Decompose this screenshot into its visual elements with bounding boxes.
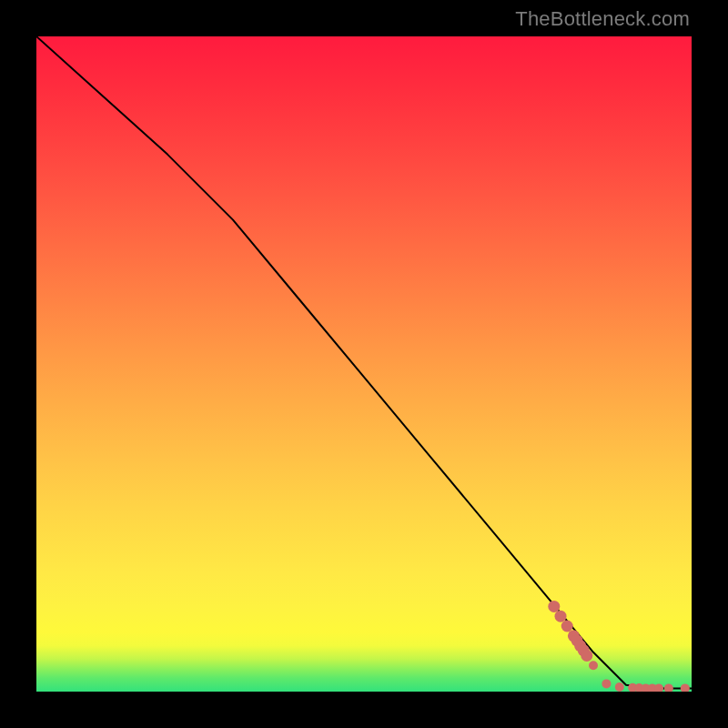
marker-point [555,611,567,622]
watermark-text: TheBottleneck.com [515,7,690,31]
chart-overlay [36,36,692,692]
marker-point [561,621,573,632]
marker-point [615,682,624,692]
marker-point [664,683,673,692]
marker-point [654,683,663,692]
marker-point [602,679,611,688]
marker-point [681,683,690,692]
plot-area [36,36,692,692]
curve-line [36,36,692,688]
marker-point [581,650,592,662]
chart-container: TheBottleneck.com [0,0,728,728]
marker-point [589,661,598,670]
marker-point [548,601,560,612]
